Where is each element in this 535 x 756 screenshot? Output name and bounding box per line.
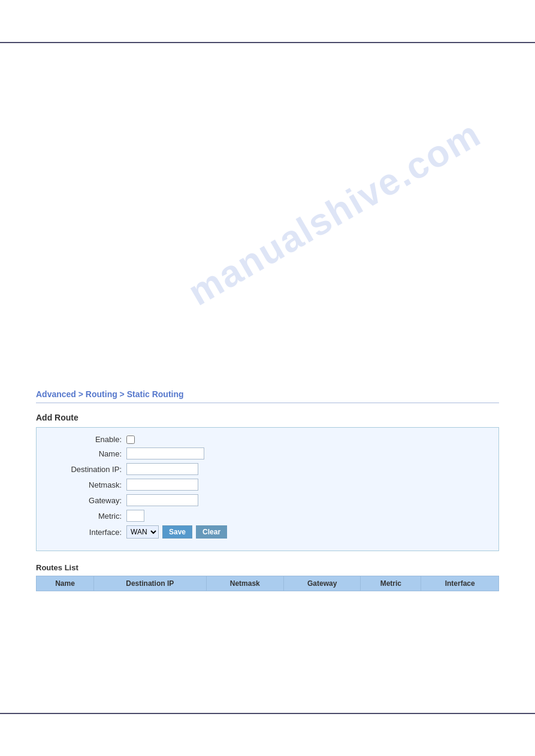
add-route-form: Enable: Name: Destination IP: Netmask: G… <box>36 427 499 551</box>
breadcrumb: Advanced > Routing > Static Routing <box>36 389 499 399</box>
name-label: Name: <box>49 449 126 458</box>
col-name: Name <box>37 576 94 591</box>
col-metric: Metric <box>361 576 421 591</box>
destination-ip-row: Destination IP: <box>49 463 486 475</box>
interface-row: Interface: WAN Save Clear <box>49 525 486 539</box>
enable-label: Enable: <box>49 435 126 444</box>
name-input[interactable] <box>126 447 204 459</box>
routes-table-header-row: Name Destination IP Netmask Gateway Metr… <box>37 576 499 591</box>
gateway-input[interactable] <box>126 494 198 506</box>
interface-select[interactable]: WAN <box>126 525 159 539</box>
netmask-row: Netmask: <box>49 479 486 491</box>
interface-label: Interface: <box>49 528 126 537</box>
enable-checkbox[interactable] <box>126 436 135 444</box>
bottom-divider <box>0 713 535 714</box>
metric-row: Metric: <box>49 510 486 522</box>
clear-button[interactable]: Clear <box>196 525 227 539</box>
routes-table: Name Destination IP Netmask Gateway Metr… <box>36 576 499 591</box>
name-row: Name: <box>49 447 486 459</box>
gateway-row: Gateway: <box>49 494 486 506</box>
watermark: manualshive.com <box>181 112 488 314</box>
main-content: Advanced > Routing > Static Routing Add … <box>36 389 499 591</box>
destination-ip-input[interactable] <box>126 463 198 475</box>
interface-controls: WAN Save Clear <box>126 525 227 539</box>
enable-row: Enable: <box>49 435 486 444</box>
col-destination-ip: Destination IP <box>94 576 206 591</box>
metric-label: Metric: <box>49 512 126 521</box>
breadcrumb-divider <box>36 403 499 403</box>
top-divider <box>0 42 535 43</box>
metric-input[interactable] <box>126 510 144 522</box>
routes-list-title: Routes List <box>36 563 499 572</box>
save-button[interactable]: Save <box>162 525 192 539</box>
add-route-title: Add Route <box>36 413 499 422</box>
gateway-label: Gateway: <box>49 496 126 505</box>
destination-ip-label: Destination IP: <box>49 465 126 474</box>
netmask-label: Netmask: <box>49 480 126 489</box>
col-netmask: Netmask <box>206 576 284 591</box>
col-gateway: Gateway <box>284 576 361 591</box>
col-interface: Interface <box>421 576 499 591</box>
netmask-input[interactable] <box>126 479 198 491</box>
